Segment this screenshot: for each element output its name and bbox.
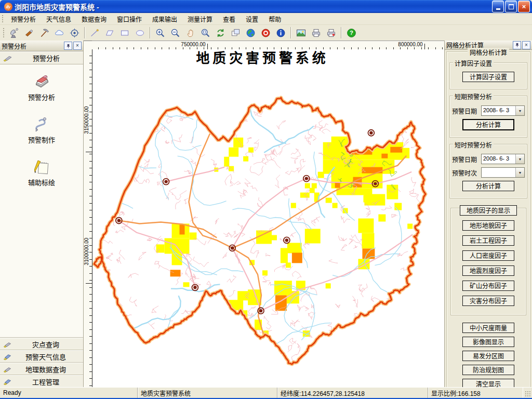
chevron-down-icon[interactable]: ▼	[515, 154, 524, 164]
sidebar-item-0[interactable]: 灾点查询	[0, 338, 83, 350]
sidebar-item-3[interactable]: 工程管理	[0, 375, 83, 388]
help-icon[interactable]: ?	[344, 26, 358, 40]
print-preview-icon[interactable]	[324, 26, 338, 40]
sweep-icon[interactable]	[22, 26, 36, 40]
status-bar: Ready 地质灾害预警系统 经纬度:114.226457,28.125418 …	[0, 387, 532, 398]
extra-button-3[interactable]: 防治规划图	[462, 365, 514, 375]
factor-button-2[interactable]: 人口密度因子	[462, 250, 514, 261]
chevron-down-icon[interactable]: ▼	[515, 168, 524, 177]
geo-factor-display-button[interactable]: 地质因子的显示	[460, 205, 517, 216]
ellipse-icon[interactable]	[133, 26, 147, 40]
info-icon[interactable]	[274, 26, 288, 40]
short-term-analyze-button[interactable]: 分析计算	[462, 119, 514, 130]
warning-cell	[229, 148, 238, 157]
menu-item-6[interactable]: 查看	[218, 14, 241, 24]
line-icon[interactable]	[88, 26, 102, 40]
polygon-icon[interactable]	[103, 26, 117, 40]
refresh-icon[interactable]	[214, 26, 228, 40]
toolbar: ?	[0, 25, 532, 41]
pin-icon[interactable]	[513, 41, 521, 49]
resize-grip-icon[interactable]	[523, 388, 532, 398]
menu-item-0[interactable]: 预警分析	[6, 14, 41, 24]
factor-button-4[interactable]: 矿山分布因子	[462, 281, 514, 291]
factor-setting-button[interactable]: 计算因子设置	[462, 72, 514, 82]
zoom-in-icon[interactable]	[153, 26, 167, 40]
menu-item-5[interactable]: 测量计算	[182, 14, 218, 24]
extra-button-0[interactable]: 中小尺度雨量	[462, 323, 514, 333]
ruler-major-tick	[86, 152, 92, 152]
warning-cell	[292, 252, 302, 263]
warning-cell	[364, 194, 385, 206]
cloud-icon[interactable]	[52, 26, 66, 40]
target-icon[interactable]	[68, 26, 82, 40]
pin-icon[interactable]	[64, 42, 72, 50]
warning-cell	[390, 147, 402, 153]
ruler-label: 800000.00	[398, 42, 422, 47]
warning-cell	[378, 215, 385, 222]
menu-item-1[interactable]: 天气信息	[41, 14, 76, 24]
short-term-group: 短期预警分析 预警日期 2008- 6- 3 ▼ 分析计算	[449, 96, 527, 138]
warning-cell	[287, 243, 302, 253]
image-icon[interactable]	[294, 26, 308, 40]
warning-cell	[381, 154, 388, 158]
stop-icon[interactable]	[259, 26, 273, 40]
warning-cell	[326, 283, 331, 288]
left-section-bar[interactable]: 预警分析	[0, 51, 83, 64]
extra-button-1[interactable]: 影像图显示	[462, 337, 514, 347]
minimize-button[interactable]	[492, 1, 504, 12]
town-marker-core	[259, 309, 262, 312]
app-window: dy 浏阳市地质灾害预警系统 - × 预警分析天气信息数据查询窗口操作成果输出测…	[0, 0, 532, 399]
factor-button-1[interactable]: 岩土工程因子	[462, 235, 514, 246]
menu-item-7[interactable]: 设置	[241, 14, 263, 24]
zoom-window-icon[interactable]	[198, 26, 212, 40]
map-canvas[interactable]: 地质灾害预警系统	[92, 49, 444, 388]
tool-item-2[interactable]: 辅助标绘	[28, 158, 55, 187]
satellite-icon[interactable]	[7, 26, 21, 40]
town-marker-core	[285, 238, 288, 242]
zoom-out-icon[interactable]	[168, 26, 182, 40]
warning-making-pen-icon	[32, 115, 51, 133]
close-icon[interactable]: ×	[73, 42, 82, 50]
nowcast-time-combo[interactable]: ▼	[481, 167, 525, 178]
town-marker-core	[193, 286, 196, 289]
pick-icon[interactable]	[37, 26, 51, 40]
restore-button[interactable]	[505, 1, 517, 12]
menu-bar: 预警分析天气信息数据查询窗口操作成果输出测量计算查看设置帮助	[0, 13, 532, 25]
tool-item-1[interactable]: 预警制作	[28, 115, 55, 144]
nowcast-date-combo[interactable]: 2008- 6- 3 ▼	[481, 154, 525, 164]
menu-item-3[interactable]: 窗口操作	[112, 14, 147, 24]
close-icon[interactable]: ×	[522, 41, 530, 49]
factor-button-3[interactable]: 地震烈度因子	[462, 265, 514, 276]
warning-cell	[358, 219, 374, 233]
rectangle-icon[interactable]	[118, 26, 132, 40]
warning-date-combo[interactable]: 2008- 6- 3 ▼	[481, 105, 525, 116]
town-marker-core	[231, 246, 234, 249]
menu-item-4[interactable]: 成果输出	[147, 14, 182, 24]
nowcast-date-label: 预警日期	[452, 155, 481, 164]
toolbar-separator	[290, 27, 291, 38]
warning-cell	[170, 270, 181, 276]
warning-cell	[224, 157, 229, 167]
toolbar-separator	[341, 27, 342, 38]
pan-icon[interactable]	[183, 26, 197, 40]
globe-icon[interactable]	[244, 26, 258, 40]
extra-button-2[interactable]: 易发分区图	[462, 351, 514, 361]
factor-button-0[interactable]: 地形地貌因子	[462, 220, 514, 231]
tool-item-0[interactable]: 预警分析	[28, 73, 55, 102]
warning-cell	[326, 198, 332, 203]
sidebar-item-2[interactable]: 地理数据查询	[0, 363, 83, 375]
menu-item-2[interactable]: 数据查询	[76, 14, 112, 24]
menu-item-8[interactable]: 帮助	[263, 14, 286, 24]
ruler-major-tick	[86, 283, 92, 284]
nowcast-analyze-button[interactable]: 分析计算	[462, 181, 514, 191]
print-icon[interactable]	[309, 26, 323, 40]
sidebar-item-1[interactable]: 预警天气信息	[0, 350, 83, 363]
layers-icon[interactable]	[229, 26, 243, 40]
close-button[interactable]: ×	[518, 1, 530, 12]
ruler-label: 3150000.00	[84, 107, 89, 134]
town-marker-core	[305, 177, 308, 180]
geo-factor-display-group: 地质因子的显示 地形地貌因子岩土工程因子人口密度因子地震烈度因子矿山分布因子灾害…	[450, 208, 526, 315]
map-svg[interactable]: 地质灾害预警系统	[92, 49, 444, 388]
factor-button-5[interactable]: 灾害分布因子	[462, 296, 514, 306]
chevron-down-icon[interactable]: ▼	[515, 106, 524, 115]
